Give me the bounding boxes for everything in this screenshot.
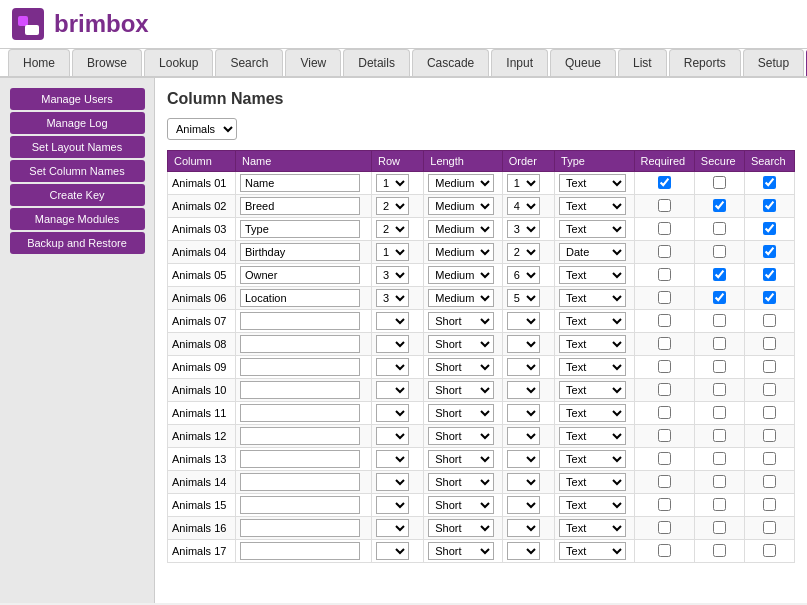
search-checkbox[interactable] [763,337,776,350]
length-select[interactable]: ShortMediumLong [428,289,494,307]
row-select[interactable]: 1234 [376,519,409,537]
row-select[interactable]: 1234 [376,335,409,353]
length-select[interactable]: ShortMediumLong [428,358,494,376]
row-select[interactable]: 1234 [376,266,409,284]
required-checkbox[interactable] [658,314,671,327]
row-select[interactable]: 1234 [376,289,409,307]
length-select[interactable]: ShortMediumLong [428,312,494,330]
order-select[interactable]: 12345678 [507,174,540,192]
search-checkbox[interactable] [763,452,776,465]
length-select[interactable]: ShortMediumLong [428,197,494,215]
order-select[interactable]: 12345678 [507,358,540,376]
length-select[interactable]: ShortMediumLong [428,335,494,353]
length-select[interactable]: ShortMediumLong [428,404,494,422]
name-input[interactable] [240,404,360,422]
set-layout-names-button[interactable]: Set Layout Names [10,136,145,158]
nav-setup[interactable]: Setup [743,49,804,76]
order-select[interactable]: 12345678 [507,496,540,514]
required-checkbox[interactable] [658,383,671,396]
order-select[interactable]: 12345678 [507,243,540,261]
secure-checkbox[interactable] [713,176,726,189]
row-select[interactable]: 1234 [376,450,409,468]
search-checkbox[interactable] [763,268,776,281]
type-select[interactable]: TextDateNumberBoolean [559,358,626,376]
required-checkbox[interactable] [658,176,671,189]
row-select[interactable]: 1234 [376,473,409,491]
row-select[interactable]: 1234 [376,381,409,399]
name-input[interactable] [240,473,360,491]
search-checkbox[interactable] [763,544,776,557]
name-input[interactable] [240,289,360,307]
secure-checkbox[interactable] [713,291,726,304]
type-select[interactable]: TextDateNumberBoolean [559,473,626,491]
nav-cascade[interactable]: Cascade [412,49,489,76]
length-select[interactable]: ShortMediumLong [428,427,494,445]
secure-checkbox[interactable] [713,475,726,488]
search-checkbox[interactable] [763,245,776,258]
secure-checkbox[interactable] [713,521,726,534]
name-input[interactable] [240,450,360,468]
length-select[interactable]: ShortMediumLong [428,381,494,399]
secure-checkbox[interactable] [713,383,726,396]
nav-browse[interactable]: Browse [72,49,142,76]
required-checkbox[interactable] [658,429,671,442]
order-select[interactable]: 12345678 [507,220,540,238]
name-input[interactable] [240,335,360,353]
order-select[interactable]: 12345678 [507,312,540,330]
required-checkbox[interactable] [658,291,671,304]
search-checkbox[interactable] [763,498,776,511]
required-checkbox[interactable] [658,475,671,488]
nav-home[interactable]: Home [8,49,70,76]
secure-checkbox[interactable] [713,406,726,419]
search-checkbox[interactable] [763,199,776,212]
secure-checkbox[interactable] [713,429,726,442]
type-select[interactable]: TextDateNumberBoolean [559,404,626,422]
order-select[interactable]: 12345678 [507,473,540,491]
row-select[interactable]: 1234 [376,404,409,422]
secure-checkbox[interactable] [713,245,726,258]
required-checkbox[interactable] [658,360,671,373]
order-select[interactable]: 12345678 [507,427,540,445]
nav-reports[interactable]: Reports [669,49,741,76]
name-input[interactable] [240,519,360,537]
type-select[interactable]: TextDateNumberBoolean [559,312,626,330]
row-select[interactable]: 1234 [376,358,409,376]
required-checkbox[interactable] [658,337,671,350]
name-input[interactable] [240,312,360,330]
name-input[interactable] [240,381,360,399]
required-checkbox[interactable] [658,452,671,465]
type-select[interactable]: TextDateNumberBoolean [559,174,626,192]
required-checkbox[interactable] [658,406,671,419]
required-checkbox[interactable] [658,199,671,212]
search-checkbox[interactable] [763,475,776,488]
order-select[interactable]: 12345678 [507,404,540,422]
nav-details[interactable]: Details [343,49,410,76]
row-select[interactable]: 1234 [376,312,409,330]
search-checkbox[interactable] [763,314,776,327]
type-select[interactable]: TextDateNumberBoolean [559,542,626,560]
required-checkbox[interactable] [658,245,671,258]
length-select[interactable]: ShortMediumLong [428,174,494,192]
required-checkbox[interactable] [658,498,671,511]
secure-checkbox[interactable] [713,199,726,212]
type-select[interactable]: TextDateNumberBoolean [559,427,626,445]
length-select[interactable]: ShortMediumLong [428,266,494,284]
required-checkbox[interactable] [658,544,671,557]
name-input[interactable] [240,496,360,514]
nav-search[interactable]: Search [215,49,283,76]
nav-view[interactable]: View [285,49,341,76]
nav-input[interactable]: Input [491,49,548,76]
create-key-button[interactable]: Create Key [10,184,145,206]
order-select[interactable]: 12345678 [507,335,540,353]
table-select[interactable]: Animals [167,118,237,140]
required-checkbox[interactable] [658,222,671,235]
row-select[interactable]: 1234 [376,174,409,192]
search-checkbox[interactable] [763,291,776,304]
name-input[interactable] [240,174,360,192]
name-input[interactable] [240,358,360,376]
search-checkbox[interactable] [763,521,776,534]
type-select[interactable]: TextDateNumberBoolean [559,519,626,537]
name-input[interactable] [240,220,360,238]
length-select[interactable]: ShortMediumLong [428,519,494,537]
length-select[interactable]: ShortMediumLong [428,496,494,514]
